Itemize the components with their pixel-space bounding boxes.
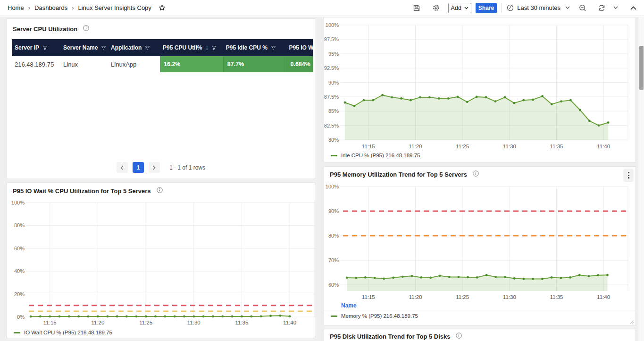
- share-button[interactable]: Share: [476, 3, 497, 13]
- svg-text:87.5%: 87.5%: [324, 94, 339, 100]
- legend-memory[interactable]: Memory % (P95) 216.48.189.75: [331, 313, 418, 319]
- legend-idle-cpu[interactable]: Idle CPU % (P95) 216.48.189.75: [331, 153, 420, 158]
- svg-text:60%: 60%: [328, 282, 339, 288]
- resize-handle[interactable]: [630, 320, 634, 324]
- svg-text:11:30: 11:30: [187, 320, 201, 325]
- info-icon[interactable]: [456, 332, 462, 340]
- svg-text:11:40: 11:40: [597, 144, 610, 149]
- svg-text:20%: 20%: [14, 291, 25, 297]
- svg-text:11:25: 11:25: [456, 144, 469, 149]
- favorite-star-icon[interactable]: [159, 4, 166, 11]
- svg-text:100%: 100%: [11, 200, 25, 205]
- info-icon[interactable]: [83, 25, 89, 33]
- svg-text:11:35: 11:35: [235, 320, 248, 325]
- svg-text:11:30: 11:30: [503, 294, 516, 300]
- settings-gear-icon[interactable]: [432, 4, 440, 12]
- scrollbar-thumb[interactable]: [639, 46, 644, 90]
- column-header-application[interactable]: Application: [108, 39, 160, 56]
- svg-text:92.5%: 92.5%: [324, 65, 339, 71]
- svg-text:11:20: 11:20: [409, 144, 422, 149]
- column-header-p95-iowait[interactable]: P95 IO W: [286, 39, 313, 56]
- io-wait-chart[interactable]: 11:1511:2011:2511:3011:3511:400%20%40%60…: [7, 183, 316, 327]
- next-page-button[interactable]: [149, 162, 160, 173]
- panel-idle-cpu-chart: 11:1511:2011:2511:3011:3511:4080%82.5%85…: [324, 17, 636, 162]
- svg-text:11:35: 11:35: [550, 144, 563, 149]
- svg-text:11:25: 11:25: [456, 294, 469, 300]
- idle-cpu-chart[interactable]: 11:1511:2011:2511:3011:3511:4080%82.5%85…: [324, 17, 636, 151]
- svg-text:90%: 90%: [328, 208, 339, 214]
- panel-server-cpu-utilization: Server CPU Utilization Server IP Server …: [7, 18, 315, 179]
- svg-text:11:15: 11:15: [362, 294, 375, 300]
- page-1-button[interactable]: 1: [133, 162, 144, 173]
- svg-text:11:40: 11:40: [283, 320, 296, 325]
- column-header-server-name[interactable]: Server Name: [60, 39, 108, 56]
- column-header-p95-cpu[interactable]: P95 CPU Util%↓: [160, 39, 223, 56]
- svg-text:95%: 95%: [328, 51, 339, 57]
- legend-swatch: [331, 155, 337, 156]
- server-table: Server IP Server Name Application P95 CP…: [12, 39, 313, 72]
- svg-text:70%: 70%: [328, 257, 339, 263]
- breadcrumb-dashboards[interactable]: Dashboards: [34, 4, 67, 11]
- refresh-options-chevron-icon[interactable]: [613, 6, 618, 9]
- prev-page-button[interactable]: [117, 162, 128, 173]
- filter-icon: [101, 45, 106, 51]
- svg-text:97.5%: 97.5%: [324, 36, 339, 42]
- svg-text:80%: 80%: [328, 137, 339, 143]
- refresh-icon[interactable]: [598, 4, 606, 12]
- cell-p95-idle: 87.7%: [223, 56, 286, 72]
- time-range-label[interactable]: Last 30 minutes: [517, 4, 560, 11]
- cell-p95-cpu: 16.2%: [160, 56, 223, 72]
- sort-desc-icon: ↓: [205, 44, 208, 51]
- add-button[interactable]: Add: [448, 3, 471, 13]
- scrollbar-track[interactable]: [638, 17, 644, 341]
- zoom-out-icon[interactable]: [579, 4, 586, 12]
- svg-text:100%: 100%: [326, 22, 339, 28]
- svg-text:80%: 80%: [14, 222, 25, 228]
- svg-text:11:30: 11:30: [503, 144, 516, 149]
- svg-text:11:15: 11:15: [362, 144, 375, 149]
- svg-text:11:20: 11:20: [409, 294, 422, 300]
- filter-icon: [271, 45, 276, 51]
- legend-swatch: [14, 332, 20, 333]
- svg-text:82.5%: 82.5%: [324, 123, 339, 128]
- time-range-chevron-icon[interactable]: [565, 6, 570, 9]
- filter-icon: [42, 45, 48, 51]
- clock-icon: [507, 4, 514, 11]
- pagination-summary: 1 - 1 of 1 rows: [169, 164, 205, 171]
- column-header-server-ip[interactable]: Server IP: [12, 39, 60, 56]
- breadcrumb-separator: ›: [28, 4, 30, 11]
- filter-icon: [211, 45, 217, 51]
- panel-io-wait-chart: P95 IO Wait % CPU Utilization for Top 5 …: [7, 182, 315, 338]
- svg-text:0%: 0%: [17, 314, 25, 320]
- cell-p95-iowait: 0.684%: [286, 56, 313, 72]
- svg-text:11:40: 11:40: [597, 294, 610, 300]
- panel-title-disk: P95 Disk Utilization Trend for Top 5 Dis…: [330, 333, 450, 340]
- series-name-label[interactable]: Name: [341, 302, 357, 309]
- svg-text:11:35: 11:35: [550, 294, 563, 300]
- pagination: 1 1 - 1 of 1 rows: [7, 162, 315, 173]
- svg-text:11:25: 11:25: [139, 320, 152, 325]
- panel-title-server-cpu: Server CPU Utilization: [13, 26, 77, 33]
- legend-io-wait[interactable]: IO Wait CPU % (P95) 216.48.189.75: [14, 330, 112, 335]
- panel-memory-chart: P95 Memory Utilization Trend for Top 5 S…: [324, 166, 636, 326]
- cell-server-name: Linux: [60, 56, 108, 72]
- collapse-chevron-up-icon[interactable]: [630, 6, 636, 10]
- breadcrumb-separator: ›: [72, 4, 74, 11]
- svg-text:80%: 80%: [328, 233, 339, 239]
- breadcrumb-home[interactable]: Home: [8, 4, 24, 11]
- legend-swatch: [331, 315, 337, 317]
- cell-server-ip: 216.48.189.75: [12, 56, 60, 72]
- svg-text:60%: 60%: [14, 246, 25, 251]
- svg-text:100%: 100%: [326, 184, 339, 189]
- table-row[interactable]: 216.48.189.75 Linux LinuxApp 16.2% 87.7%…: [12, 56, 313, 72]
- legend-separator: [324, 310, 636, 310]
- breadcrumb: Home › Dashboards › Linux Server Insight…: [0, 4, 166, 11]
- table-header-row: Server IP Server Name Application P95 CP…: [12, 39, 313, 56]
- filter-icon: [145, 45, 150, 51]
- memory-chart[interactable]: 11:1511:2011:2511:3011:3511:4060%70%80%9…: [324, 167, 636, 301]
- save-icon[interactable]: [413, 4, 420, 12]
- svg-text:40%: 40%: [14, 268, 25, 274]
- dashboard-content: Server CPU Utilization Server IP Server …: [0, 17, 644, 341]
- column-header-p95-idle[interactable]: P95 Idle CPU %: [223, 39, 286, 56]
- breadcrumb-current: Linux Server Insights Copy: [78, 4, 151, 11]
